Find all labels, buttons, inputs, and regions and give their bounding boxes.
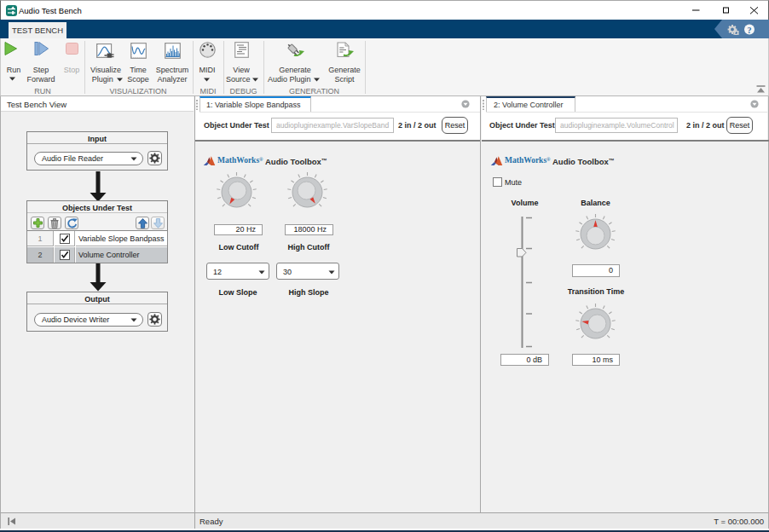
svg-text:?: ? (748, 26, 752, 35)
